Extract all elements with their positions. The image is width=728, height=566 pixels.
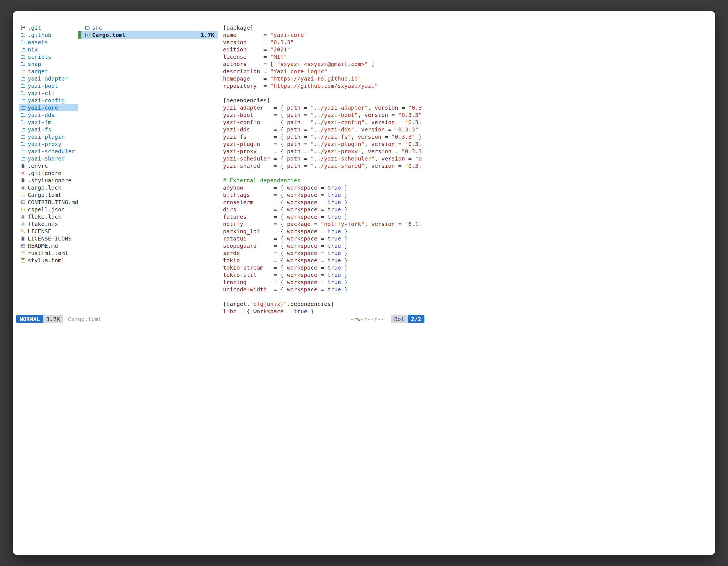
position-badge: Bot <box>391 315 408 323</box>
dir-row[interactable]: yazi-shared <box>19 155 78 162</box>
dir-row[interactable]: yazi-adapter <box>19 75 78 82</box>
preview-line: yazi-fs = { path = "../yazi-fs", version… <box>223 133 423 140</box>
status-right-group: -rw-r--r-- Bot 2/2 <box>350 315 424 323</box>
file-row[interactable]: Cargo.toml <box>19 191 78 199</box>
file-row[interactable]: .styluaignore <box>19 177 78 184</box>
git-icon <box>20 170 26 176</box>
preview-line: [dependencies] <box>223 97 423 104</box>
folder-icon <box>20 112 26 118</box>
mode-badge: NORMAL <box>16 315 43 323</box>
dir-row[interactable]: scripts <box>19 53 78 60</box>
toml-icon <box>20 250 26 256</box>
dir-row[interactable]: yazi-fm <box>19 119 78 126</box>
key-icon <box>20 229 26 234</box>
preview-line: description = "Yazi core logic" <box>223 68 423 75</box>
preview-line: yazi-scheduler = { path = "../yazi-sched… <box>223 155 423 162</box>
dir-row[interactable]: yazi-plugin <box>19 133 78 140</box>
folder-icon <box>20 134 26 140</box>
dir-row[interactable]: .git <box>19 24 78 31</box>
folder-icon <box>20 69 26 74</box>
folder-icon <box>20 105 26 111</box>
dir-row[interactable]: yazi-config <box>19 97 78 104</box>
file-row[interactable]: rustfmt.toml <box>19 250 78 257</box>
preview-line: anyhow = { workspace = true } <box>223 184 423 191</box>
folder-icon <box>20 83 26 89</box>
file-row[interactable]: flake.lock <box>19 213 78 220</box>
folder-icon <box>20 47 26 52</box>
toml-icon <box>84 32 90 38</box>
file-name: yazi-shared <box>28 155 65 162</box>
file-row[interactable]: LICENSE <box>19 228 78 235</box>
file-size: 1.7K <box>201 32 218 38</box>
file-row[interactable]: LICENSE-ICONS <box>19 235 78 242</box>
preview-line: [package] <box>223 24 423 31</box>
status-left-group: NORMAL 1.7K Cargo.toml <box>16 315 102 323</box>
folder-icon <box>20 76 26 81</box>
file-row[interactable]: cspell.json <box>19 206 78 213</box>
file-row[interactable]: stylua.toml <box>19 257 78 264</box>
file-name: src <box>92 24 102 31</box>
dir-row[interactable]: yazi-cli <box>19 90 78 97</box>
preview-line: yazi-config = { path = "../yazi-config",… <box>223 119 423 126</box>
file-size-badge: 1.7K <box>43 315 63 323</box>
file-name: rustfmt.toml <box>28 250 68 257</box>
file-name: Cargo.toml <box>28 192 61 198</box>
preview-line: libc = { workspace = true } <box>223 307 423 315</box>
dir-row[interactable]: yazi-scheduler <box>19 148 78 155</box>
dir-row[interactable]: assets <box>19 39 78 46</box>
file-name: yazi-cli <box>28 90 55 97</box>
file-row[interactable]: flake.nix <box>19 220 78 228</box>
status-filename: Cargo.toml <box>68 316 101 322</box>
dir-row[interactable]: target <box>19 68 78 75</box>
preview-line: # External dependencies <box>223 177 423 184</box>
file-name: assets <box>28 39 48 46</box>
file-name: .styluaignore <box>28 177 72 184</box>
preview-line: unicode-width = { workspace = true } <box>223 286 423 293</box>
dir-row[interactable]: src <box>78 24 218 31</box>
dir-row[interactable]: yazi-fs <box>19 126 78 133</box>
preview-line: homepage = "https://yazi-rs.github.io" <box>223 75 423 82</box>
dir-row[interactable]: nix <box>19 46 78 53</box>
file-row[interactable]: README.md <box>19 242 78 250</box>
dir-row[interactable]: snap <box>19 60 78 68</box>
folder-icon <box>20 141 26 147</box>
preview-line: yazi-boot = { path = "../yazi-boot", ver… <box>223 111 423 119</box>
file-name: Cargo.toml <box>92 32 126 38</box>
folder-icon <box>20 119 26 125</box>
dir-row[interactable]: .github <box>19 31 78 39</box>
file-name: nix <box>28 46 38 53</box>
folder-icon <box>20 98 26 103</box>
file-row[interactable]: .envrc <box>19 162 78 170</box>
dir-row[interactable]: yazi-dds <box>19 111 78 119</box>
dir-row[interactable]: yazi-core <box>19 104 78 111</box>
preview-line: license = "MIT" <box>223 53 423 60</box>
folder-icon <box>20 39 26 45</box>
folder-icon <box>20 90 26 96</box>
folder-icon <box>20 61 26 67</box>
preview-line: ratatui = { workspace = true } <box>223 235 423 242</box>
preview-line: bitflags = { workspace = true } <box>223 191 423 199</box>
file-row[interactable]: Cargo.toml1.7K <box>78 31 218 39</box>
file-name: target <box>28 68 48 75</box>
file-row[interactable]: .gitignore <box>19 170 78 177</box>
dir-row[interactable]: yazi-boot <box>19 82 78 90</box>
folder-icon <box>20 127 26 132</box>
preview-line: yazi-plugin = { path = "../yazi-plugin",… <box>223 140 423 148</box>
file-row[interactable]: CONTRIBUTING.md <box>19 199 78 206</box>
file-name: yazi-boot <box>28 83 58 89</box>
file-row[interactable]: Cargo.lock <box>19 184 78 191</box>
preview-line: yazi-shared = { path = "../yazi-shared",… <box>223 162 423 170</box>
preview-line: tracing = { workspace = true } <box>223 279 423 286</box>
file-name: .git <box>28 24 41 31</box>
file-name: Cargo.lock <box>28 184 61 191</box>
preview-pane: [package]name = "yazi-core"version = "0.… <box>223 24 423 315</box>
preview-line: tokio-stream = { workspace = true } <box>223 264 423 271</box>
preview-line: yazi-dds = { path = "../yazi-dds", versi… <box>223 126 423 133</box>
dir-row[interactable]: yazi-proxy <box>19 140 78 148</box>
markdown-icon <box>20 200 26 205</box>
file-name: stylua.toml <box>28 257 65 264</box>
toml-icon <box>20 258 26 263</box>
preview-line <box>223 170 423 177</box>
preview-line: futures = { workspace = true } <box>223 213 423 220</box>
file-name: yazi-dds <box>28 112 55 118</box>
